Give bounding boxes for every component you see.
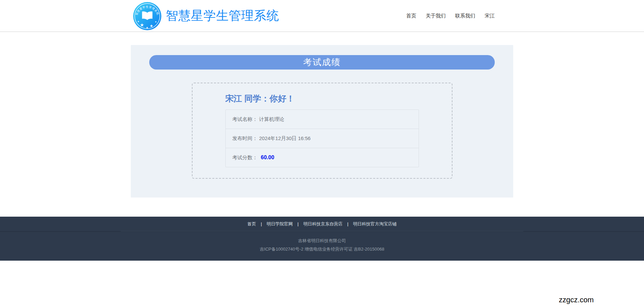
exam-info-table: 考试名称： 计算机理论 发布时间： 2024年12月30日 16:56 考试分数… bbox=[225, 110, 419, 167]
footer-links-bar: 首页 | 明日学院官网 | 明日科技京东自营店 | 明日科技官方淘宝店铺 bbox=[0, 217, 644, 232]
footer-info: 吉林省明日科技有限公司 吉ICP备10002740号-2 增值电信业务经营许可证… bbox=[0, 232, 644, 261]
footer-company-name: 吉林省明日科技有限公司 bbox=[0, 238, 644, 244]
nav-about[interactable]: 关于我们 bbox=[426, 13, 446, 19]
footer-link-separator: | bbox=[261, 221, 262, 226]
logo-badge: 智慧星学生管理系统 ✦ ★ ★ ★ ✦ bbox=[133, 2, 161, 30]
star-icon: ★ bbox=[150, 24, 153, 28]
footer-icp-license: 吉ICP备10002740号-2 增值电信业务经营许可证 吉B2-2015006… bbox=[0, 247, 644, 252]
publish-time-row: 发布时间： 2024年12月30日 16:56 bbox=[226, 129, 419, 148]
exam-name-value: 计算机理论 bbox=[259, 116, 284, 123]
exam-score-label: 考试分数： bbox=[232, 155, 258, 161]
result-panel-inner: 宋江 同学：你好！ 考试名称： 计算机理论 发布时间： 2024年12月30日 … bbox=[225, 93, 419, 167]
result-panel: 宋江 同学：你好！ 考试名称： 计算机理论 发布时间： 2024年12月30日 … bbox=[192, 83, 452, 179]
footer-link-jd-store[interactable]: 明日科技京东自营店 bbox=[303, 221, 342, 227]
publish-time-value: 2024年12月30日 16:56 bbox=[259, 135, 311, 142]
nav-home[interactable]: 首页 bbox=[406, 13, 416, 19]
star-icon: ★ bbox=[140, 22, 144, 28]
banner-title: 考试成绩 bbox=[149, 55, 495, 70]
publish-time-label: 发布时间： bbox=[232, 135, 258, 142]
nav-username[interactable]: 宋江 bbox=[485, 13, 495, 19]
main-content: 考试成绩 宋江 同学：你好！ 考试名称： 计算机理论 发布时间： 2024年12… bbox=[0, 45, 644, 198]
site-header: 智慧星学生管理系统 ✦ ★ ★ ★ ✦ 智慧星学生管理系统 首页 关于我们 联系… bbox=[0, 0, 644, 32]
main-nav: 首页 关于我们 联系我们 宋江 bbox=[406, 13, 495, 19]
watermark: zzgcz.com bbox=[559, 296, 594, 304]
footer-link-college[interactable]: 明日学院官网 bbox=[267, 221, 293, 227]
footer-link-home[interactable]: 首页 bbox=[247, 221, 256, 227]
exam-name-row: 考试名称： 计算机理论 bbox=[226, 110, 419, 129]
site-footer: 首页 | 明日学院官网 | 明日科技京东自营店 | 明日科技官方淘宝店铺 吉林省… bbox=[0, 217, 644, 261]
star-icon: ★ bbox=[146, 26, 148, 29]
brand[interactable]: 智慧星学生管理系统 ✦ ★ ★ ★ ✦ 智慧星学生管理系统 bbox=[133, 1, 279, 30]
sparkle-icon: ✦ bbox=[155, 20, 157, 24]
sparkle-icon: ✦ bbox=[137, 20, 140, 23]
footer-link-taobao-store[interactable]: 明日科技官方淘宝店铺 bbox=[353, 221, 397, 227]
exam-score-row: 考试分数： 60.00 bbox=[226, 148, 419, 167]
footer-divider: 首页 | 明日学院官网 | 明日科技京东自营店 | 明日科技官方淘宝店铺 bbox=[121, 217, 523, 231]
footer-link-separator: | bbox=[347, 221, 348, 226]
nav-contact[interactable]: 联系我们 bbox=[455, 13, 475, 19]
exam-score-value: 60.00 bbox=[261, 155, 274, 161]
footer-link-separator: | bbox=[298, 221, 299, 226]
score-card: 考试成绩 宋江 同学：你好！ 考试名称： 计算机理论 发布时间： 2024年12… bbox=[131, 45, 513, 198]
greeting-text: 宋江 同学：你好！ bbox=[225, 93, 419, 104]
site-title: 智慧星学生管理系统 bbox=[166, 7, 279, 24]
exam-name-label: 考试名称： bbox=[232, 116, 258, 123]
header-container: 智慧星学生管理系统 ✦ ★ ★ ★ ✦ 智慧星学生管理系统 首页 关于我们 联系… bbox=[126, 0, 518, 32]
